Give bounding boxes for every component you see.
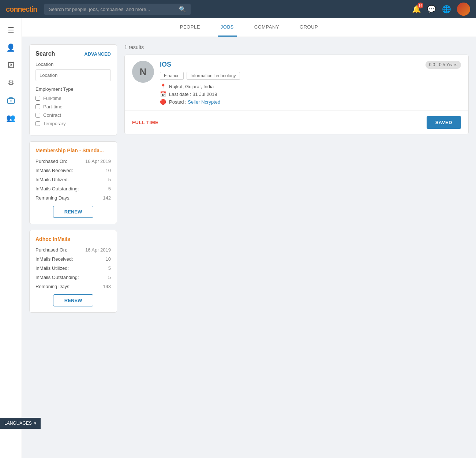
svg-point-1	[11, 101, 11, 101]
checkbox-parttime[interactable]: Part-time	[35, 104, 111, 109]
job-posted: 🔴 Posted : Seller Ncrypted	[160, 99, 461, 105]
membership-inmails-outstanding-row: InMails Outstanding: 5	[35, 186, 111, 191]
checkbox-fulltime-input[interactable]	[35, 96, 40, 101]
tab-group[interactable]: GROUP	[297, 18, 321, 37]
job-meta: 📍 Rajkot, Gujarat, India 📅 Last date : 3…	[160, 83, 461, 105]
adhoc-inmails-received-row: InMails Received: 10	[35, 256, 111, 262]
adhoc-inmails-outstanding-row: InMails Outstanding: 5	[35, 275, 111, 280]
advanced-link[interactable]: ADVANCED	[84, 51, 111, 57]
main-content: PEOPLE JOBS COMPANY GROUP Search ADVANCE…	[22, 18, 476, 320]
location-icon: 📍	[160, 83, 166, 89]
left-panel: Search ADVANCED Location Employment Type…	[29, 44, 117, 313]
search-card: Search ADVANCED Location Employment Type…	[29, 44, 117, 135]
job-header: IOS 0.0 - 0.5 Years	[160, 61, 461, 69]
adhoc-card: Adhoc InMails Purchased On: 16 Apr 2019 …	[29, 230, 117, 313]
membership-renew-button[interactable]: RENEW	[53, 206, 93, 218]
search-input[interactable]	[49, 7, 176, 12]
job-title[interactable]: IOS	[160, 61, 171, 68]
checkbox-contract-input[interactable]	[35, 113, 40, 118]
membership-inmails-utilized-row: InMails Utilized: 5	[35, 177, 111, 182]
fulltime-label: Full-time	[43, 96, 61, 101]
sidebar-item-menu[interactable]: ☰	[3, 22, 19, 38]
temporary-label: Temporary	[43, 121, 65, 126]
job-tags: Finance Information Technology	[160, 72, 461, 80]
job-last-date: 📅 Last date : 31 Jul 2019	[160, 91, 461, 97]
posted-by-link[interactable]: Seller Ncrypted	[188, 99, 220, 105]
adhoc-inmails-utilized-row: InMails Utilized: 5	[35, 265, 111, 271]
sidebar-item-jobs[interactable]	[3, 92, 19, 108]
avatar-image	[457, 3, 470, 16]
search-title: Search	[35, 51, 55, 57]
membership-card: Membership Plan - Standa... Purchased On…	[29, 141, 117, 224]
membership-title: Membership Plan - Standa...	[35, 148, 111, 153]
avatar[interactable]	[457, 3, 470, 16]
checkbox-parttime-input[interactable]	[35, 104, 40, 109]
calendar-icon: 📅	[160, 91, 166, 97]
job-card: N IOS 0.0 - 0.5 Years Finance Informatio…	[124, 55, 469, 134]
right-panel: 1 results N IOS 0.0 - 0.5 Years Finance …	[124, 44, 469, 313]
results-count: 1 results	[124, 44, 469, 50]
app-logo[interactable]: connectin	[6, 5, 37, 14]
contract-label: Contract	[43, 112, 61, 118]
tab-jobs[interactable]: JOBS	[218, 18, 237, 37]
content-area: Search ADVANCED Location Employment Type…	[22, 37, 476, 320]
location-input[interactable]	[35, 69, 111, 81]
globe-button[interactable]: 🌐	[442, 5, 451, 14]
job-card-top: N IOS 0.0 - 0.5 Years Finance Informatio…	[125, 55, 468, 111]
search-card-header: Search ADVANCED	[35, 51, 111, 57]
membership-inmails-received-row: InMails Received: 10	[35, 168, 111, 173]
experience-badge: 0.0 - 0.5 Years	[426, 61, 461, 69]
adhoc-purchased-row: Purchased On: 16 Apr 2019	[35, 247, 111, 253]
sidebar: ☰ 👤 🖼 ⚙ 👥	[0, 18, 22, 320]
checkbox-temporary[interactable]: Temporary	[35, 121, 111, 126]
job-card-bottom: FULL TIME SAVED	[125, 111, 468, 134]
posted-icon: 🔴	[160, 99, 166, 105]
topnav-right: 🔔 14 💬 🌐	[412, 3, 470, 16]
checkbox-contract[interactable]: Contract	[35, 112, 111, 118]
membership-remaining-days-row: Remaning Days: 142	[35, 195, 111, 201]
job-location: 📍 Rajkot, Gujarat, India	[160, 83, 461, 89]
secondary-nav: PEOPLE JOBS COMPANY GROUP	[22, 18, 476, 37]
tab-company[interactable]: COMPANY	[251, 18, 282, 37]
job-info: IOS 0.0 - 0.5 Years Finance Information …	[160, 61, 461, 105]
employment-type-label: Employment Type	[35, 86, 111, 92]
chat-button[interactable]: 💬	[427, 5, 436, 14]
sidebar-item-gallery[interactable]: 🖼	[3, 57, 19, 73]
tag-it: Information Technology	[187, 72, 240, 80]
sidebar-item-settings[interactable]: ⚙	[3, 75, 19, 91]
saved-button[interactable]: SAVED	[427, 116, 461, 129]
adhoc-renew-button[interactable]: RENEW	[53, 294, 93, 306]
sidebar-item-profile[interactable]: 👤	[3, 40, 19, 56]
search-icon: 🔍	[179, 6, 186, 13]
search-bar[interactable]: 🔍	[44, 4, 191, 15]
sidebar-item-group[interactable]: 👥	[3, 110, 19, 126]
tag-finance: Finance	[160, 72, 184, 80]
adhoc-title: Adhoc InMails	[35, 236, 111, 242]
notification-badge: 14	[417, 3, 423, 8]
topnav: connectin 🔍 🔔 14 💬 🌐	[0, 0, 476, 18]
employment-section: Employment Type Full-time Part-time Cont…	[35, 86, 111, 126]
job-avatar: N	[132, 61, 154, 83]
job-type: FULL TIME	[132, 120, 158, 125]
location-label: Location	[35, 62, 111, 67]
checkbox-temporary-input[interactable]	[35, 121, 40, 126]
checkbox-fulltime[interactable]: Full-time	[35, 96, 111, 101]
parttime-label: Part-time	[43, 104, 63, 109]
tab-people[interactable]: PEOPLE	[177, 18, 203, 37]
membership-purchased-row: Purchased On: 16 Apr 2019	[35, 159, 111, 164]
adhoc-remaining-days-row: Remaning Days: 143	[35, 284, 111, 289]
notification-bell-button[interactable]: 🔔 14	[412, 5, 421, 14]
